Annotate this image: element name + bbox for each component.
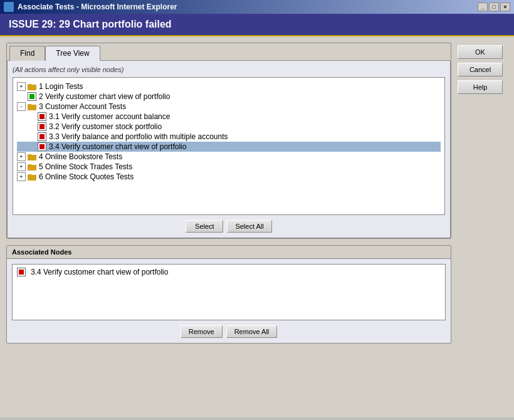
tab-find[interactable]: Find (9, 46, 45, 61)
folder-icon (27, 102, 37, 111)
tabs-row: Find Tree View (7, 43, 451, 61)
folder-icon (27, 82, 37, 91)
window-controls[interactable]: _ □ × (478, 3, 510, 11)
close-button[interactable]: × (500, 3, 510, 11)
tree-row[interactable]: 3.4 Verify customer chart view of portfo… (17, 142, 441, 152)
associated-nodes-header: Associated Nodes (7, 246, 451, 259)
remove-all-button[interactable]: Remove All (226, 325, 278, 338)
tree-label: 4 Online Bookstore Tests (39, 152, 122, 161)
issue-title: ISSUE 29: 29 Chart portfolio failed (9, 19, 172, 29)
tree-row[interactable]: 3.1 Verify customer account balance (17, 112, 441, 122)
tab-treeview[interactable]: Tree View (45, 46, 100, 61)
associated-node-item[interactable]: 3.4 Verify customer chart view of portfo… (15, 267, 443, 277)
window-icon (4, 2, 14, 12)
tree-row[interactable]: + 6 Online Stock Quotes Tests (17, 172, 441, 182)
tree-label: 5 Online Stock Trades Tests (39, 162, 132, 171)
window-title: Associate Tests - Microsoft Internet Exp… (4, 2, 177, 12)
cancel-button[interactable]: Cancel (458, 63, 503, 76)
tree-row[interactable]: 3.2 Verify customer stock portfolio (17, 122, 441, 132)
tree-label: 2 Verify customer chart view of portfoli… (39, 92, 170, 101)
tree-container[interactable]: + 1 Login Tests 2 Verify customer chart … (13, 77, 445, 215)
tree-label: 3.2 Verify customer stock portfolio (49, 122, 162, 131)
folder-icon (27, 162, 37, 171)
tree-row[interactable]: 3.3 Verify balance and portfolio with mu… (17, 132, 441, 142)
panel-box: (All actions affect only visible nodes) … (7, 60, 451, 238)
associated-nodes-content: 3.4 Verify customer chart view of portfo… (7, 259, 451, 343)
remove-buttons-row: Remove Remove All (12, 325, 446, 338)
tree-row[interactable]: + 4 Online Bookstore Tests (17, 152, 441, 162)
tree-expander[interactable]: + (17, 152, 26, 161)
folder-icon (27, 172, 37, 181)
assoc-item-label: 3.4 Verify customer chart view of portfo… (31, 268, 168, 276)
tree-row[interactable]: - 3 Customer Account Tests (17, 102, 441, 112)
associated-nodes-section: Associated Nodes 3.4 Verify customer cha… (6, 245, 451, 344)
tree-expander[interactable]: + (17, 82, 26, 91)
select-all-button[interactable]: Select All (227, 220, 271, 233)
tree-row[interactable]: + 5 Online Stock Trades Tests (17, 162, 441, 172)
tree-buttons-row: Select Select All (13, 220, 445, 233)
minimize-button[interactable]: _ (478, 3, 488, 11)
tree-label: 3 Customer Account Tests (39, 102, 126, 111)
issue-header: ISSUE 29: 29 Chart portfolio failed (0, 14, 514, 36)
remove-button[interactable]: Remove (181, 325, 223, 338)
select-button[interactable]: Select (186, 220, 223, 233)
test-icon (27, 92, 37, 101)
tab-container: Find Tree View (All actions affect only … (6, 43, 451, 239)
test-icon (37, 142, 47, 151)
window-title-text: Associate Tests - Microsoft Internet Exp… (18, 3, 177, 11)
tree-row[interactable]: + 1 Login Tests (17, 81, 441, 92)
test-icon (37, 112, 47, 121)
folder-icon (27, 152, 37, 161)
tree-expander[interactable]: + (17, 162, 26, 171)
tree-label: 3.4 Verify customer chart view of portfo… (49, 142, 186, 151)
right-panel: OK Cancel Help (458, 43, 508, 411)
tree-label: 1 Login Tests (39, 82, 83, 91)
tree-expander[interactable]: + (17, 172, 26, 181)
panel-note: (All actions affect only visible nodes) (13, 66, 445, 73)
test-icon (37, 132, 47, 141)
test-icon (37, 122, 47, 131)
ok-button[interactable]: OK (458, 45, 503, 59)
left-panel: Find Tree View (All actions affect only … (6, 43, 451, 411)
maximize-button[interactable]: □ (489, 3, 499, 11)
tree-label: 3.1 Verify customer account balance (49, 112, 170, 121)
tree-row[interactable]: 2 Verify customer chart view of portfoli… (17, 92, 441, 102)
help-button[interactable]: Help (458, 80, 503, 94)
associated-nodes-list[interactable]: 3.4 Verify customer chart view of portfo… (12, 264, 446, 320)
tree-label: 3.3 Verify balance and portfolio with mu… (49, 132, 228, 141)
tree-expander[interactable]: - (17, 102, 26, 111)
main-content: Find Tree View (All actions affect only … (0, 36, 514, 417)
tree-label: 6 Online Stock Quotes Tests (39, 172, 134, 181)
window-titlebar: Associate Tests - Microsoft Internet Exp… (0, 0, 514, 14)
test-icon-assoc (16, 268, 26, 276)
